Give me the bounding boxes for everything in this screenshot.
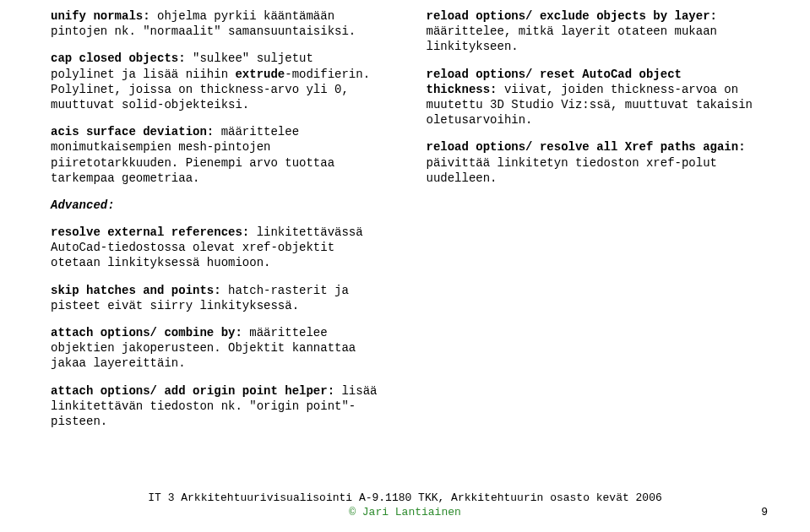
term: resolve external references: [51,225,249,239]
heading-text: Advanced: [51,198,115,212]
heading-advanced: Advanced: [51,198,384,213]
term: acis surface deviation: [51,125,214,138]
term-inline: extrude [235,68,285,81]
footer-line-1: IT 3 Arkkitehtuurivisualisointi A-9.1180… [148,491,662,504]
term: reload options/ exclude objects by layer… [427,9,717,23]
paragraph-attach-options-add-origin: attach options/ add origin point helper:… [51,383,384,430]
body-text: päivittää linkitetyn tiedoston xref-polu… [427,156,717,185]
right-column: reload options/ exclude objects by layer… [427,8,760,441]
term: cap closed objects: [51,52,186,65]
paragraph-reload-resolve-xref: reload options/ resolve all Xref paths a… [427,139,760,186]
term: attach options/ add origin point helper: [51,384,334,398]
paragraph-attach-options-combine-by: attach options/ combine by: määrittelee … [51,325,384,372]
two-column-layout: unify normals: ohjelma pyrkii kääntämään… [51,8,759,441]
body-text: määrittelee, mitkä layerit otateen mukaa… [427,24,717,53]
paragraph-reload-reset-thickness: reload options/ reset AutoCad object thi… [427,67,760,128]
left-column: unify normals: ohjelma pyrkii kääntämään… [51,8,384,441]
paragraph-resolve-external-references: resolve external references: linkitettäv… [51,225,384,271]
paragraph-cap-closed-objects: cap closed objects: "sulkee" suljetut po… [51,51,384,112]
paragraph-unify-normals: unify normals: ohjelma pyrkii kääntämään… [51,8,384,39]
paragraph-skip-hatches-and-points: skip hatches and points: hatch-rasterit … [51,283,384,313]
document-page: unify normals: ohjelma pyrkii kääntämään… [0,0,810,532]
paragraph-acis-surface-deviation: acis surface deviation: määrittelee moni… [51,124,384,186]
footer-line-2: © Jari Lantiainen [349,506,461,518]
page-number: 9 [761,506,768,520]
page-footer: IT 3 Arkkitehtuurivisualisointi A-9.1180… [0,491,810,520]
term: unify normals: [51,9,150,23]
term: skip hatches and points: [51,284,221,297]
term: attach options/ combine by: [51,326,242,339]
term: reload options/ resolve all Xref paths a… [427,140,746,154]
paragraph-reload-exclude-by-layer: reload options/ exclude objects by layer… [427,8,760,55]
